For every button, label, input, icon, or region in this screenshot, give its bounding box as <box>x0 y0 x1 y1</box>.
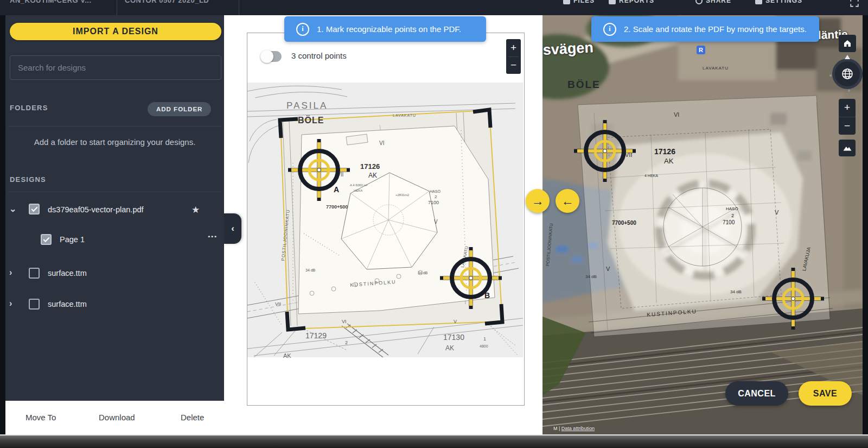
target-marker-a[interactable] <box>572 118 637 184</box>
move-to-action[interactable]: Move To <box>25 413 56 422</box>
page-name[interactable]: Page 1 <box>60 235 85 244</box>
divider <box>8 126 221 127</box>
designs-heading: DESIGNS <box>10 175 46 184</box>
scale-fragment: M | <box>553 426 560 431</box>
sidebar-collapse-handle[interactable]: ‹ <box>224 213 241 244</box>
add-folder-button[interactable]: ADD FOLDER <box>148 102 211 116</box>
step2-banner: i 2. Scale and rotate the PDF by moving … <box>591 16 819 42</box>
kebab-menu-icon[interactable]: ⋮ <box>210 232 215 241</box>
app-window: AN_KOUTIM-CERG V... CONTOR 0507 2020_LD … <box>0 0 868 448</box>
target-marker-b[interactable] <box>438 245 503 311</box>
topbar-separator <box>117 0 117 15</box>
star-icon[interactable]: ★ <box>192 204 200 216</box>
folders-empty-hint: Add a folder to start organizing your de… <box>16 137 213 147</box>
nav-files-label: FILES <box>573 0 595 4</box>
zoom-in-button[interactable]: + <box>506 39 521 56</box>
nav-share-label: SHARE <box>706 0 731 4</box>
window-bottom-edge <box>0 434 868 448</box>
design-actions-bar: Move To Download Delete <box>5 401 224 436</box>
files-icon <box>563 0 570 4</box>
cancel-button[interactable]: CANCEL <box>725 381 788 406</box>
topbar-separator <box>239 0 239 15</box>
project-name-fragment[interactable]: AN_KOUTIM-CERG V... <box>10 0 92 4</box>
apply-to-map-button[interactable]: → <box>526 189 550 213</box>
aerial-photo <box>542 15 863 436</box>
fullscreen-icon[interactable] <box>850 0 859 10</box>
design-checkbox-pdf[interactable] <box>29 204 40 214</box>
terrain-icon <box>843 143 852 153</box>
nav-settings-label: SETTINGS <box>765 0 802 4</box>
step2-banner-text: 2. Scale and rotate the PDF by moving th… <box>624 24 807 34</box>
chevron-right-icon[interactable]: › <box>9 269 12 276</box>
globe-icon <box>840 67 854 81</box>
delete-action[interactable]: Delete <box>181 413 204 422</box>
home-button[interactable] <box>839 35 856 52</box>
home-icon <box>843 39 852 48</box>
settings-icon <box>755 0 762 4</box>
design-checkbox-surface-2[interactable] <box>29 299 40 310</box>
window-edge <box>863 15 868 436</box>
folders-heading: FOLDERS <box>10 104 48 112</box>
control-points-toggle[interactable] <box>262 51 282 62</box>
pdf-viewer-panel: 3 control points + − <box>224 15 542 436</box>
compass-globe-control[interactable] <box>832 59 863 89</box>
design-checkbox-surface-1[interactable] <box>29 268 40 279</box>
search-input[interactable] <box>10 56 221 79</box>
zoom-out-button[interactable]: − <box>506 57 521 74</box>
map-zoom-out-button[interactable]: − <box>839 117 856 135</box>
download-action[interactable]: Download <box>99 413 135 422</box>
back-to-pdf-button[interactable]: ← <box>556 189 579 213</box>
map-attribution: M | Data attribution <box>553 426 595 431</box>
map-zoom-in-button[interactable]: + <box>844 99 850 117</box>
nav-reports-label: REPORTS <box>619 0 654 4</box>
nav-settings[interactable]: SETTINGS <box>755 0 802 4</box>
step1-banner-text: 1. Mark recognizable points on the PDF. <box>317 24 461 34</box>
dataset-name-fragment[interactable]: CONTOR 0507 2020_LD <box>125 0 209 4</box>
search-designs-box <box>10 55 221 80</box>
nav-files[interactable]: FILES <box>563 0 595 4</box>
info-icon: i <box>603 23 616 36</box>
data-attribution-link[interactable]: Data attribution <box>561 426 595 431</box>
compass-north-arrow <box>845 55 850 59</box>
page-checkbox[interactable] <box>41 234 52 245</box>
divider <box>8 192 221 192</box>
target-marker-a[interactable] <box>286 137 352 203</box>
topbar: AN_KOUTIM-CERG V... CONTOR 0507 2020_LD … <box>0 0 868 15</box>
map-zoom-control: + − <box>839 99 856 135</box>
import-design-button[interactable]: IMPORT A DESIGN <box>10 23 221 40</box>
step1-banner: i 1. Mark recognizable points on the PDF… <box>284 16 486 42</box>
design-name-surface-1[interactable]: surface.ttm <box>48 269 87 277</box>
nav-reports[interactable]: REPORTS <box>609 0 654 4</box>
compass-dot <box>848 90 850 92</box>
pdf-zoom-control: + − <box>506 39 521 74</box>
map-viewer-panel[interactable] <box>542 15 863 436</box>
reports-icon <box>609 0 616 4</box>
nav-share[interactable]: SHARE <box>695 0 731 4</box>
save-button[interactable]: SAVE <box>799 381 852 406</box>
info-icon: i <box>296 23 309 36</box>
share-icon <box>695 0 703 4</box>
design-name-pdf[interactable]: ds379eaf05-vector-plan.pdf <box>48 205 144 214</box>
plan-drawing <box>247 83 523 357</box>
compass-dot <box>829 74 832 77</box>
chevron-right-icon[interactable]: › <box>9 300 12 307</box>
transit-station-icon: R <box>697 46 705 54</box>
pdf-plan-area[interactable] <box>247 83 523 357</box>
chevron-down-icon[interactable]: ⌄ <box>9 205 16 213</box>
control-points-label: 3 control points <box>291 51 347 60</box>
arrow-left-icon: ← <box>561 194 574 209</box>
target-marker-b[interactable] <box>761 266 826 331</box>
layers-button[interactable] <box>839 140 856 156</box>
chevron-left-icon: ‹ <box>231 223 234 234</box>
toggle-knob <box>260 50 273 63</box>
design-name-surface-2[interactable]: surface.ttm <box>48 300 87 308</box>
arrow-right-icon: → <box>532 194 544 209</box>
design-sidebar: IMPORT A DESIGN FOLDERS ADD FOLDER Add a… <box>5 15 224 401</box>
